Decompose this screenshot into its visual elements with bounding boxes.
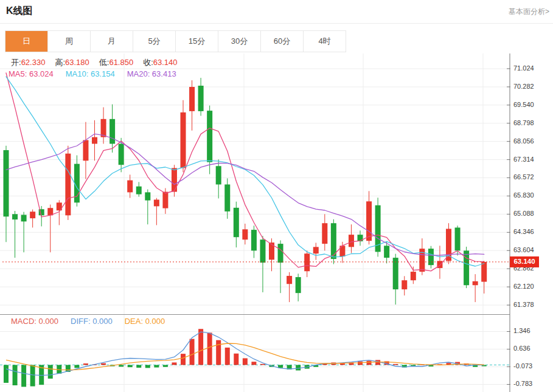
tab-5分[interactable]: 5分 [133, 31, 176, 52]
interval-tabs: 日周月5分15分30分60分4时 [5, 30, 346, 52]
header-bar [0, 0, 553, 24]
ma-legend-item: MA20: 63.413 [127, 69, 176, 78]
ohlc-value: 62.330 [21, 58, 46, 67]
ohlc-value: 63.180 [65, 58, 89, 67]
candles [4, 78, 487, 304]
tab-4时[interactable]: 4时 [304, 31, 346, 52]
tab-月[interactable]: 月 [91, 31, 133, 52]
svg-text:65.088: 65.088 [513, 210, 534, 217]
diff-line [6, 332, 484, 376]
macd-legend: MACD: 0.000DIFF: 0.000DEA: 0.000 [11, 317, 177, 326]
svg-text:1.346: 1.346 [513, 327, 530, 334]
svg-text:65.830: 65.830 [513, 191, 534, 199]
svg-text:-0.073: -0.073 [513, 362, 532, 370]
macd-histogram [4, 329, 487, 387]
ma-legend: MA5: 63.024MA10: 63.154MA20: 63.413 [9, 69, 189, 78]
macd-legend-item: MACD: 0.000 [11, 317, 58, 326]
ohlc-label: 开: [11, 58, 21, 67]
fundamental-analysis-link[interactable]: 基本面分析> [509, 7, 549, 17]
svg-text:66.572: 66.572 [513, 173, 534, 181]
tab-60分[interactable]: 60分 [261, 31, 304, 52]
kline-page: K线图 基本面分析> 日周月5分15分30分60分4时 71.02470.282… [0, 0, 553, 392]
svg-text:63.604: 63.604 [513, 246, 534, 253]
tab-15分[interactable]: 15分 [176, 31, 218, 52]
svg-text:-0.783: -0.783 [513, 380, 532, 387]
svg-text:62.120: 62.120 [513, 283, 534, 290]
last-price-tag: 63.140 [510, 256, 539, 267]
svg-text:68.056: 68.056 [513, 137, 534, 145]
page-title: K线图 [6, 5, 33, 18]
main-candlestick-chart[interactable]: 71.02470.28269.54068.79868.05667.31466.5… [0, 53, 553, 314]
ohlc-value: 63.140 [153, 58, 178, 67]
macd-chart[interactable]: 1.3460.636-0.073-0.783 [0, 314, 553, 392]
ohlc-value: 61.850 [109, 58, 133, 67]
tab-30分[interactable]: 30分 [218, 31, 261, 52]
ma-legend-item: MA5: 63.024 [9, 69, 54, 78]
svg-text:67.314: 67.314 [513, 156, 534, 163]
svg-text:61.378: 61.378 [513, 301, 534, 308]
svg-text:63.140: 63.140 [513, 258, 535, 265]
svg-text:71.024: 71.024 [513, 64, 534, 72]
svg-text:70.282: 70.282 [513, 83, 534, 90]
tab-周[interactable]: 周 [48, 31, 91, 52]
ohlc-label: 收: [143, 58, 153, 67]
svg-text:69.540: 69.540 [513, 101, 534, 108]
ohlc-label: 低: [99, 58, 110, 67]
ohlc-label: 高: [55, 58, 65, 67]
ohlc-readout: 开:62.330高:63.180低:61.850收:63.140 [11, 57, 187, 68]
tab-日[interactable]: 日 [5, 31, 48, 52]
macd-legend-item: DEA: 0.000 [125, 317, 165, 326]
macd-legend-item: DIFF: 0.000 [71, 317, 113, 326]
svg-text:68.798: 68.798 [513, 119, 534, 126]
ma-legend-item: MA10: 63.154 [66, 69, 115, 78]
svg-text:0.636: 0.636 [513, 345, 530, 352]
svg-text:64.346: 64.346 [513, 228, 534, 235]
